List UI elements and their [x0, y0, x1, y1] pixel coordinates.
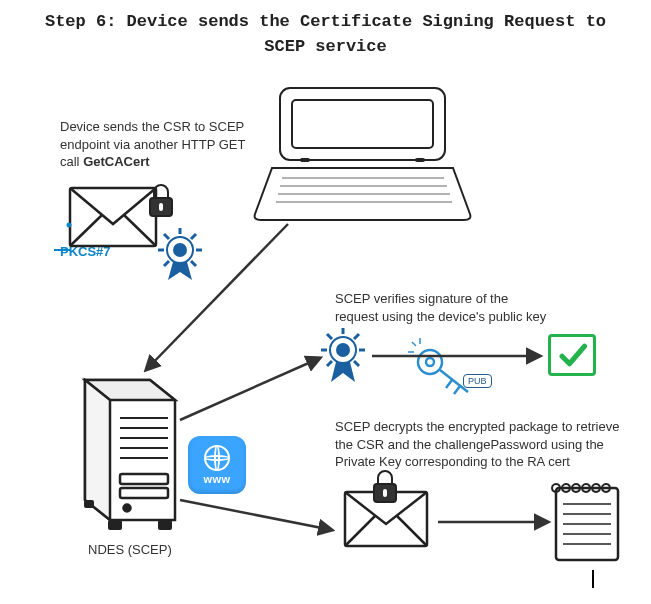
svg-line-40 — [327, 334, 332, 339]
diagram-scene — [0, 0, 651, 604]
svg-rect-33 — [84, 500, 94, 508]
arrow-server-to-verify — [180, 358, 320, 420]
lock-icon — [374, 471, 396, 502]
svg-rect-31 — [108, 520, 122, 530]
svg-point-10 — [67, 223, 72, 228]
verify-seal-icon — [321, 328, 365, 382]
svg-point-44 — [418, 350, 442, 374]
svg-rect-32 — [158, 520, 172, 530]
encrypted-envelope-icon — [345, 471, 427, 546]
laptop-icon — [255, 88, 471, 220]
svg-line-21 — [164, 261, 169, 266]
notepad-icon — [552, 484, 618, 560]
svg-line-42 — [327, 361, 332, 366]
svg-rect-6 — [300, 158, 310, 162]
svg-rect-28 — [120, 474, 168, 484]
public-key-icon — [408, 338, 468, 394]
svg-rect-7 — [415, 158, 425, 162]
seal-icon — [158, 228, 202, 280]
svg-rect-51 — [383, 489, 387, 497]
svg-line-41 — [354, 334, 359, 339]
svg-rect-1 — [292, 100, 433, 148]
signed-envelope-icon — [54, 185, 202, 280]
svg-line-20 — [191, 234, 196, 239]
svg-rect-29 — [120, 488, 168, 498]
svg-rect-12 — [159, 203, 163, 211]
svg-point-45 — [426, 358, 434, 366]
svg-point-30 — [124, 505, 131, 512]
svg-point-14 — [173, 243, 187, 257]
svg-line-43 — [354, 361, 359, 366]
svg-line-46 — [412, 342, 416, 346]
server-icon — [84, 380, 175, 530]
svg-line-22 — [191, 261, 196, 266]
arrow-server-to-decrypt — [180, 500, 332, 530]
svg-line-19 — [164, 234, 169, 239]
svg-point-35 — [336, 343, 350, 357]
svg-rect-8 — [70, 188, 156, 246]
